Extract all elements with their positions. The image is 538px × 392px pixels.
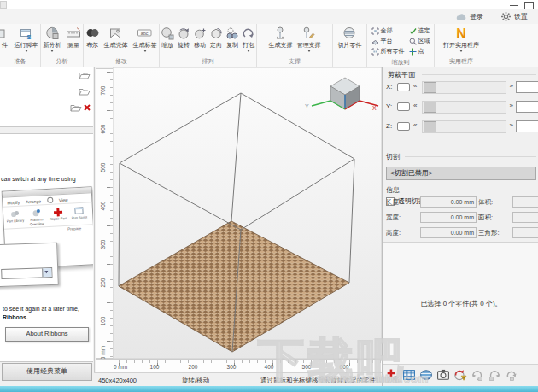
clip-y-step-left[interactable]: «: [413, 102, 417, 109]
zoom-platform-button[interactable]: 平台: [371, 37, 405, 45]
minimize-icon[interactable]: [510, 5, 518, 6]
clip-z-step-left[interactable]: «: [413, 121, 417, 129]
mock-part-library: Part Library: [4, 208, 26, 228]
clip-x-value[interactable]: [516, 81, 538, 93]
zoom-all-button[interactable]: 全部: [371, 26, 405, 35]
zoom-region-button[interactable]: 区域: [409, 37, 430, 45]
ribbon-button-generate-support[interactable]: 生成支撑: [267, 26, 295, 49]
clipping-planes-title: 剪裁平面: [388, 70, 415, 79]
move-icon: [193, 26, 207, 41]
sphere-button[interactable]: [419, 368, 433, 382]
clip-z-value[interactable]: [516, 120, 538, 132]
cut-dropdown[interactable]: <切割已禁用>: [386, 167, 536, 180]
width-value: 0.00 mm: [420, 212, 477, 223]
ribbon-button-new-analysis[interactable]: 新分析: [41, 26, 63, 54]
rotate-right-disabled-button[interactable]: [488, 368, 501, 382]
clip-x-step-right[interactable]: »: [510, 82, 513, 90]
parts-list-area[interactable]: 已选择 0 个零件(共 0 个)。: [383, 242, 538, 365]
rotate-left-disabled-button[interactable]: [471, 368, 484, 382]
help-text-line3: Ribbons.: [3, 314, 28, 320]
group-label-analysis: 分析: [41, 57, 83, 67]
clip-z-slider-thumb[interactable]: [424, 121, 436, 132]
ribbon-button-slice-part[interactable]: 切片零件: [336, 26, 365, 49]
about-ribbons-button[interactable]: About Ribbons: [5, 327, 89, 342]
vruler-label: 200: [99, 270, 108, 295]
snapshot-camera-button[interactable]: [436, 368, 450, 382]
dropdown-arrow-icon: [25, 50, 28, 54]
scale-icon: [161, 26, 174, 41]
repair-warning-button[interactable]: [453, 368, 467, 382]
help-text-line1: can switch at any time using: [1, 175, 91, 183]
zoom-point-button[interactable]: 点: [409, 47, 430, 56]
ribbon-group-zoom-to: 全部 平台 所有零件 选定: [367, 24, 435, 67]
hruler-label: 500: [295, 364, 319, 370]
clip-x-slider[interactable]: [422, 81, 506, 94]
selection-status-text: 已选择 0 个零件(共 0 个)。: [383, 299, 538, 308]
hruler-label: 0 mm: [108, 364, 132, 370]
ribbon-button-pack[interactable]: 打包: [241, 26, 256, 54]
ribbon-button-scale[interactable]: 缩放: [160, 26, 175, 49]
ribbon-button-rotate[interactable]: 旋转: [176, 26, 191, 49]
volume-value: [512, 196, 538, 208]
platform-grid-button[interactable]: [402, 368, 416, 382]
ribbon-button-boolean[interactable]: 布尔: [84, 26, 101, 49]
dropdown-arrow-icon: [459, 50, 463, 54]
hruler-label: 100: [143, 364, 167, 370]
clip-z-step-right[interactable]: »: [510, 121, 513, 129]
mock-red-cross-icon: [52, 207, 63, 218]
axis-x-label: X: [372, 105, 377, 111]
clip-y-step-right[interactable]: »: [510, 102, 513, 109]
app-window: 登录 设置 件 S: [0, 0, 538, 392]
clip-z-checkbox[interactable]: [397, 122, 410, 131]
tree-item-folder[interactable]: [79, 86, 91, 97]
clip-y-value[interactable]: [516, 101, 538, 113]
group-label-empty: [333, 57, 366, 67]
hruler-label: 200: [181, 364, 205, 370]
bottom-blue-bar: [0, 386, 538, 392]
ribbon-button-orient[interactable]: 定向: [208, 26, 224, 49]
help-text-line2: to see it again at a later time,: [3, 305, 91, 313]
clip-y-checkbox[interactable]: [397, 102, 410, 111]
clip-y-slider[interactable]: [422, 101, 506, 114]
info-title: 信息: [386, 185, 400, 195]
tree-item-folder[interactable]: [79, 70, 91, 80]
clip-x-step-left[interactable]: «: [413, 82, 417, 90]
ribbon-button-manage-support[interactable]: 管理支撑: [295, 26, 323, 54]
abc-label-icon: abc: [137, 26, 152, 41]
tree-item-folder-remove[interactable]: [70, 102, 91, 113]
clip-x-slider-thumb[interactable]: [424, 82, 436, 93]
login-button[interactable]: 登录: [456, 10, 483, 22]
settings-button[interactable]: 设置: [500, 10, 528, 22]
ribbon-button-move[interactable]: 移动: [192, 26, 208, 49]
axis-y-label: Y: [305, 103, 309, 109]
clip-z-slider[interactable]: [422, 120, 506, 133]
viewport-3d-scene[interactable]: Y X: [113, 67, 382, 359]
rotate-reset-disabled-button[interactable]: [505, 368, 518, 382]
clip-y-label: Y:: [386, 102, 392, 110]
use-classic-menu-button[interactable]: 使用经典菜单: [2, 363, 92, 381]
ribbon-group-modify: 布尔 生成壳体 abc 生成标签: [84, 24, 160, 67]
clip-x-checkbox[interactable]: [397, 83, 410, 91]
pack-icon: [242, 26, 255, 41]
open-folder-icon: [79, 87, 91, 97]
ribbon-button-generate-shell[interactable]: 生成壳体: [102, 26, 130, 49]
clip-y-slider-thumb[interactable]: [424, 102, 436, 113]
slice-icon: [342, 26, 357, 41]
ribbon-button-measure[interactable]: 测量: [64, 26, 83, 49]
height-value: 0.00 mm: [420, 227, 477, 238]
script-icon: S: [20, 26, 33, 41]
vruler-label: 500: [99, 155, 108, 180]
height-label: 高度:: [386, 229, 401, 237]
add-part-button[interactable]: [385, 368, 399, 382]
ribbon-button-add-part-cut[interactable]: 件: [0, 26, 11, 49]
mock-dropdown-arrow: [42, 268, 51, 277]
vruler-label: 600: [99, 116, 108, 142]
ribbon-button-duplicate[interactable]: 复制: [225, 26, 240, 49]
ribbon-button-open-utilities[interactable]: N 打开实用程序: [437, 26, 485, 54]
ribbon-button-generate-label[interactable]: abc 生成标签: [131, 26, 159, 54]
area-label: 面积:: [478, 214, 493, 222]
zoom-selected-button[interactable]: 选定: [409, 26, 430, 35]
ribbon-button-run-script[interactable]: S 运行脚本: [12, 26, 40, 54]
login-label: 登录: [470, 12, 483, 21]
zoom-all-parts-button[interactable]: 所有零件: [371, 47, 405, 56]
